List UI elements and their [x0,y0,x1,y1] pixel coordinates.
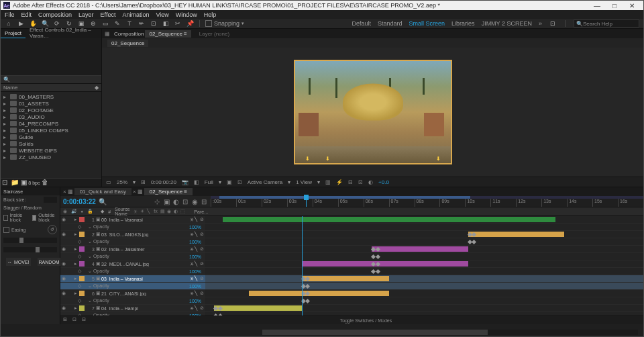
track-row[interactable] [205,238,643,246]
keyframe-nav-icon[interactable]: ◇ [78,224,81,230]
viewer-canvas[interactable]: ⬇ ⬇ ⬇ [102,48,643,177]
reset-exposure-icon[interactable]: ◐ [368,179,373,185]
close-button[interactable]: ✕ [623,2,641,9]
maximize-button[interactable]: □ [606,2,623,9]
move-button[interactable]: ↔ MOVE! [6,258,31,266]
menu-effect[interactable]: Effect [101,11,116,18]
keyframe-icon[interactable] [472,240,476,244]
eraser-tool-icon[interactable]: ◧ [162,19,170,28]
folder-item[interactable]: ▸ZZ_UNUSED [1,154,101,160]
menu-help[interactable]: Help [204,11,217,18]
keyframe-nav-icon[interactable]: ◇ [78,269,81,274]
visibility-icon[interactable]: ◉ [62,217,67,222]
track-row[interactable] [205,312,643,316]
layer-duration-bar[interactable] [302,276,390,281]
layout-standard[interactable]: Standard [378,20,402,27]
folder-item[interactable]: ▸05_LINKED COMPS [1,127,101,134]
menu-composition[interactable]: Composition [38,11,72,18]
layout-jimmy[interactable]: JIMMY 2 SCREEN [482,20,532,27]
camera-dropdown[interactable]: Active Camera [248,179,282,185]
visibility-icon[interactable]: ◉ [62,246,67,252]
num-col[interactable]: # [108,209,111,214]
staircase-tab[interactable]: Staircase [1,187,60,195]
search-layers-icon[interactable]: 🔍 [99,198,105,205]
random-button[interactable]: RANDOM [38,258,61,266]
track-row[interactable] [205,224,643,231]
mb-switch-icon[interactable]: ◉ [167,209,172,214]
col-name[interactable]: Name [3,85,17,91]
layout-small-screen[interactable]: Small Screen [409,20,445,27]
layout-more-icon[interactable]: » [539,20,542,27]
motion-blur-icon[interactable]: ◉ [192,198,199,205]
keyframe-nav-icon[interactable]: ◇ [78,283,81,289]
puppet-tool-icon[interactable]: 📌 [186,19,194,28]
collapse-switch-icon[interactable]: ☀ [140,209,146,214]
transfer-icon[interactable]: ⊟ [82,317,89,324]
track-row[interactable] [205,305,643,312]
reset-icon[interactable]: ↺ [48,225,57,234]
layer-row[interactable]: ◉▸5▣03_India – Varanasi⚹╲⊘ [60,275,205,283]
menu-layer[interactable]: Layer [78,11,94,18]
draft3d-icon[interactable]: ▣ [164,198,170,205]
layer-label-color[interactable] [79,217,85,222]
layer-label-color[interactable] [79,261,85,267]
track-row[interactable] [205,231,643,238]
layer-switches-icon[interactable]: ⊡ [72,317,79,324]
keyframe-icon[interactable] [305,299,310,303]
source-name-col[interactable]: Source Name [115,207,129,216]
layer-row[interactable]: ◉▸4▣32_MEDI…CANAL.jpg⚹╲⊘ [60,260,205,268]
selection-tool-icon[interactable]: ▶ [17,19,25,28]
keyframe-nav-icon[interactable]: ◇ [78,298,81,303]
rect-tool-icon[interactable]: ▭ [101,19,109,28]
menu-edit[interactable]: Edit [21,11,32,18]
folder-item[interactable]: ▸03_AUDIO [1,113,101,120]
roi-icon[interactable]: ▣ [227,179,232,185]
3d-switch-icon[interactable]: ⬚ [180,209,186,214]
outside-checkbox[interactable] [32,215,37,221]
frame-blend-icon[interactable]: ⊡ [182,198,189,205]
sync-icon[interactable]: ⊡ [549,19,557,28]
layer-row[interactable]: ◉▸1▣00_India – Varanasi⚹╲⊘ [60,216,205,224]
menu-window[interactable]: Window [176,11,197,18]
clone-tool-icon[interactable]: ⊡ [150,19,158,28]
folder-item[interactable]: ▸04_PRECOMPS [1,120,101,127]
layer-tracks[interactable] [205,216,643,316]
track-row[interactable] [205,297,643,305]
mag-icon[interactable]: ▭ [106,179,111,185]
expand-icon[interactable]: ⊞ [63,317,70,324]
solo-col-icon[interactable]: ● [80,209,83,214]
shy-icon[interactable]: ◐ [173,198,180,205]
playhead-line[interactable] [302,216,303,316]
inside-checkbox[interactable] [3,215,8,221]
layer-property-row[interactable]: ◇ ⌄ Opacity100% [60,297,205,305]
layer-property-row[interactable]: ◇ ⌄ Opacity100% [60,238,205,246]
visibility-icon[interactable]: ◉ [62,261,67,267]
shy-switch-icon[interactable]: ⚹ [133,209,139,214]
keyframe-icon[interactable] [218,314,223,316]
easing-slider-2[interactable] [3,247,57,252]
zoom-level[interactable]: 25% [117,179,127,185]
snapping-toggle[interactable]: Snapping▾ [205,20,244,27]
folder-item[interactable]: ▸00_MASTERS [1,93,101,100]
viewer-comp-tab[interactable]: 02_Sequence ≡ [145,30,191,38]
layer-duration-bar[interactable] [223,217,555,222]
flowchart-icon[interactable]: ⊡ [358,179,363,185]
channel-icon[interactable]: ◧ [194,179,199,185]
folder-item[interactable]: ▸Guide [1,134,101,140]
visibility-icon[interactable]: ◉ [62,232,67,237]
layer-row[interactable]: ◉▸6▣21_CITY…ANASI.jpg⚹╲⊘ [60,290,205,297]
keyframe-icon[interactable] [376,269,380,274]
roto-tool-icon[interactable]: ✂ [174,19,182,28]
exposure-value[interactable]: +0.0 [378,179,389,185]
parent-col[interactable]: Pare… [194,209,209,214]
layer-row[interactable]: ◉▸2▣03_SILO…ANGKS.jpg⚹╲⊘ [60,231,205,238]
pixel-ar-icon[interactable]: ▥ [325,179,331,185]
keyframe-icon[interactable] [376,254,380,259]
track-row[interactable] [205,268,643,275]
easing-slider-1[interactable] [3,238,57,243]
layer-duration-bar[interactable] [249,291,389,296]
keyframe-nav-icon[interactable]: ◇ [78,254,81,259]
track-row[interactable] [205,246,643,253]
menu-view[interactable]: View [156,11,168,18]
snapshot-icon[interactable]: 📷 [182,179,189,185]
